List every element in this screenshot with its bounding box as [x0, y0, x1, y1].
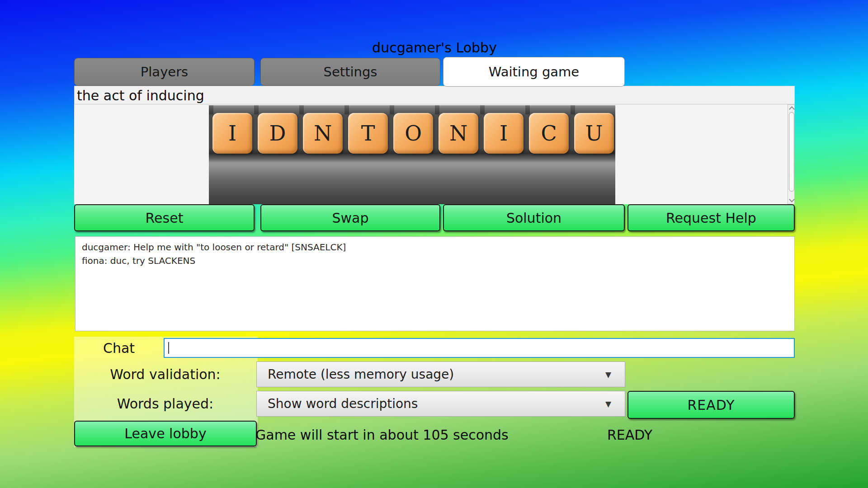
request-help-button-label: Request Help	[666, 210, 756, 226]
words-played-value: Show word descriptions	[268, 396, 418, 411]
chat-log[interactable]: ducgamer: Help me with "to loosen or ret…	[75, 236, 795, 331]
tab-waiting-game-label: Waiting game	[489, 64, 579, 80]
scroll-down-icon[interactable]	[789, 197, 795, 202]
chat-input[interactable]	[164, 338, 795, 358]
chevron-down-icon: ▼	[605, 399, 611, 408]
chat-label: Chat	[74, 338, 164, 358]
swap-button-label: Swap	[332, 210, 368, 226]
request-help-button[interactable]: Request Help	[627, 204, 795, 231]
letter-tile[interactable]: U	[574, 113, 614, 154]
ready-button[interactable]: READY	[627, 391, 795, 419]
solution-button[interactable]: Solution	[443, 204, 625, 231]
word-validation-select[interactable]: Remote (less memory usage) ▼	[256, 361, 625, 387]
tile-letter: C	[541, 121, 557, 145]
ready-button-label: READY	[687, 397, 735, 413]
leave-lobby-button-label: Leave lobby	[124, 426, 206, 441]
words-played-label: Words played:	[74, 391, 256, 417]
tile-letter: N	[314, 121, 332, 145]
leave-lobby-button[interactable]: Leave lobby	[74, 421, 257, 446]
tab-players[interactable]: Players	[74, 58, 255, 86]
reset-button[interactable]: Reset	[74, 204, 255, 231]
letter-tile[interactable]: N	[303, 113, 343, 154]
swap-button[interactable]: Swap	[260, 204, 440, 231]
word-clue-text: the act of inducing	[77, 88, 204, 103]
chevron-down-icon: ▼	[605, 370, 611, 379]
ready-status-text: READY	[607, 427, 652, 443]
letter-tile[interactable]: I	[212, 113, 252, 154]
page-title: ducgamer's Lobby	[74, 40, 795, 56]
letter-tile[interactable]: N	[439, 113, 478, 154]
scrollbar-thumb[interactable]	[789, 112, 794, 192]
letter-tiles: I D N T O N I C U	[212, 113, 614, 154]
tile-letter: U	[585, 121, 603, 145]
vertical-scrollbar[interactable]	[788, 104, 795, 204]
reset-button-label: Reset	[146, 210, 184, 226]
lobby-screen: ducgamer's Lobby Players Settings Waitin…	[0, 0, 868, 488]
game-start-countdown-text: Game will start in about 105 seconds	[255, 427, 509, 443]
letter-tile[interactable]: D	[258, 113, 297, 154]
tab-settings-label: Settings	[324, 64, 377, 80]
letter-tile[interactable]: O	[393, 113, 433, 154]
words-played-select[interactable]: Show word descriptions ▼	[256, 391, 625, 417]
text-caret	[168, 342, 169, 354]
tile-letter: I	[500, 121, 508, 145]
tab-players-label: Players	[141, 64, 188, 80]
letter-tile[interactable]: I	[484, 113, 524, 154]
tile-letter: N	[449, 121, 467, 145]
letter-tile[interactable]: T	[348, 113, 388, 154]
word-validation-label: Word validation:	[74, 361, 256, 387]
letter-tile[interactable]: C	[529, 113, 569, 154]
solution-button-label: Solution	[506, 210, 561, 226]
word-validation-value: Remote (less memory usage)	[268, 367, 454, 382]
tile-letter: D	[269, 121, 286, 145]
tile-letter: I	[228, 121, 236, 145]
tab-settings[interactable]: Settings	[260, 58, 440, 86]
tab-waiting-game[interactable]: Waiting game	[443, 57, 625, 87]
chat-message: fiona: duc, try SLACKENS	[82, 254, 788, 267]
scroll-up-icon[interactable]	[789, 106, 795, 112]
tile-letter: O	[405, 121, 422, 145]
letter-tile-rail: I D N T O N I C U	[209, 105, 615, 204]
tile-letter: T	[361, 121, 375, 145]
chat-message: ducgamer: Help me with "to loosen or ret…	[82, 240, 788, 254]
